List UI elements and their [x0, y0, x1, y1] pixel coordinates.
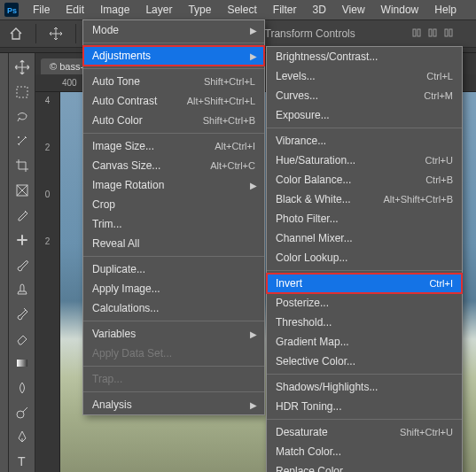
menu-item-vibrance[interactable]: Vibrance...: [267, 131, 462, 151]
eyedropper-tool-icon[interactable]: [12, 205, 33, 226]
menu-item-gradient-map[interactable]: Gradient Map...: [267, 332, 462, 352]
ruler-tick: 4: [45, 96, 51, 105]
menu-item-channel-mixer[interactable]: Channel Mixer...: [267, 228, 462, 248]
ps-logo: Ps: [4, 2, 20, 18]
menu-item-image-size[interactable]: Image Size...Alt+Ctrl+I: [83, 136, 264, 156]
align-icon[interactable]: [412, 27, 426, 41]
separator: [35, 24, 36, 43]
move-tool-icon[interactable]: [49, 27, 63, 41]
clone-stamp-tool-icon[interactable]: [12, 278, 33, 299]
menu-item-apply-data-set: Apply Data Set...: [83, 344, 264, 363]
menu-item-color-balance[interactable]: Color Balance...Ctrl+B: [267, 170, 462, 190]
type-tool-icon[interactable]: T: [12, 451, 33, 472]
shortcut: Ctrl+U: [425, 155, 453, 166]
menu-item-match-color[interactable]: Match Color...: [267, 442, 462, 461]
svg-rect-7: [449, 29, 452, 36]
menu-item-threshold[interactable]: Threshold...: [267, 313, 462, 332]
submenu-arrow-icon: ▶: [250, 400, 257, 410]
shortcut: Shift+Ctrl+U: [400, 427, 453, 437]
menu-item-desaturate[interactable]: DesaturateShift+Ctrl+U: [267, 422, 462, 442]
menu-item-exposure[interactable]: Exposure...: [267, 105, 462, 125]
ruler-tick: 2: [45, 236, 51, 246]
marquee-tool-icon[interactable]: [12, 81, 33, 103]
menu-item-black-white[interactable]: Black & White...Alt+Shift+Ctrl+B: [267, 190, 462, 209]
menu-item-canvas-size[interactable]: Canvas Size...Alt+Ctrl+C: [83, 156, 264, 175]
menu-item-hue-saturation[interactable]: Hue/Saturation...Ctrl+U: [267, 151, 462, 170]
menu-item-mode[interactable]: Mode▶: [83, 20, 264, 40]
svg-rect-8: [17, 87, 27, 97]
menu-item-auto-contrast[interactable]: Auto ContrastAlt+Shift+Ctrl+L: [83, 91, 264, 111]
menu-filter[interactable]: Filter: [265, 0, 305, 19]
shortcut: Ctrl+I: [429, 278, 453, 289]
menu-type[interactable]: Type: [180, 0, 219, 19]
svg-rect-15: [17, 360, 27, 367]
menu-item-duplicate[interactable]: Duplicate...: [83, 259, 264, 279]
menu-item-curves[interactable]: Curves...Ctrl+M: [267, 86, 462, 105]
align-icons: [412, 27, 458, 41]
vertical-ruler: 4 2 0 2: [35, 92, 60, 472]
menu-item-image-rotation[interactable]: Image Rotation▶: [83, 175, 264, 195]
eraser-tool-icon[interactable]: [12, 328, 33, 349]
menu-image[interactable]: Image: [92, 0, 137, 19]
menu-item-hdr-toning[interactable]: HDR Toning...: [267, 397, 462, 416]
lasso-tool-icon[interactable]: [12, 106, 33, 128]
submenu-arrow-icon: ▶: [250, 329, 257, 339]
menu-item-posterize[interactable]: Posterize...: [267, 293, 462, 313]
menu-edit[interactable]: Edit: [58, 0, 92, 19]
menu-item-replace-color[interactable]: Replace Color...: [267, 461, 462, 472]
shortcut: Ctrl+M: [424, 90, 453, 101]
shortcut: Alt+Ctrl+C: [210, 160, 255, 171]
healing-brush-tool-icon[interactable]: [12, 229, 33, 251]
menu-item-crop[interactable]: Crop: [83, 195, 264, 214]
shortcut: Shift+Ctrl+B: [203, 115, 255, 126]
menu-item-analysis[interactable]: Analysis▶: [83, 395, 264, 414]
align-icon[interactable]: [444, 27, 458, 41]
menu-item-variables[interactable]: Variables▶: [83, 324, 264, 344]
submenu-arrow-icon: ▶: [250, 26, 257, 35]
svg-rect-5: [433, 29, 436, 36]
menu-window[interactable]: Window: [373, 0, 427, 19]
menu-3d[interactable]: 3D: [304, 0, 333, 19]
svg-rect-4: [429, 29, 432, 36]
menu-item-invert[interactable]: InvertCtrl+I: [267, 274, 462, 293]
menu-item-photo-filter[interactable]: Photo Filter...: [267, 209, 462, 228]
svg-point-9: [18, 136, 20, 138]
shortcut: Shift+Ctrl+L: [204, 76, 255, 87]
menu-item-apply-image[interactable]: Apply Image...: [83, 279, 264, 298]
menu-item-trim[interactable]: Trim...: [83, 214, 264, 234]
magic-wand-tool-icon[interactable]: [12, 130, 33, 151]
menu-view[interactable]: View: [334, 0, 373, 19]
frame-tool-icon[interactable]: [12, 180, 33, 201]
menu-layer[interactable]: Layer: [137, 0, 180, 19]
menu-file[interactable]: File: [25, 0, 58, 19]
menu-item-auto-tone[interactable]: Auto ToneShift+Ctrl+L: [83, 72, 264, 91]
menu-item-levels[interactable]: Levels...Ctrl+L: [267, 66, 462, 86]
align-icon[interactable]: [428, 27, 442, 41]
menu-item-brightness-contrast[interactable]: Brightness/Contrast...: [267, 47, 462, 66]
crop-tool-icon[interactable]: [12, 155, 33, 176]
menu-item-auto-color[interactable]: Auto ColorShift+Ctrl+B: [83, 111, 264, 130]
submenu-arrow-icon: ▶: [250, 51, 257, 61]
adjustments-submenu: Brightness/Contrast... Levels...Ctrl+L C…: [266, 46, 463, 472]
svg-rect-2: [413, 29, 416, 36]
menu-item-color-lookup[interactable]: Color Lookup...: [267, 248, 462, 267]
dodge-tool-icon[interactable]: [12, 402, 33, 423]
shortcut: Ctrl+L: [426, 71, 453, 81]
history-brush-tool-icon[interactable]: [12, 303, 33, 324]
menu-item-selective-color[interactable]: Selective Color...: [267, 352, 462, 371]
menu-item-shadows-highlights[interactable]: Shadows/Highlights...: [267, 377, 462, 397]
menu-item-reveal-all[interactable]: Reveal All: [83, 234, 264, 253]
gradient-tool-icon[interactable]: [12, 352, 33, 374]
menu-help[interactable]: Help: [426, 0, 464, 19]
home-icon[interactable]: [9, 27, 23, 41]
shortcut: Alt+Shift+Ctrl+B: [383, 194, 453, 205]
pen-tool-icon[interactable]: [12, 426, 33, 447]
blur-tool-icon[interactable]: [12, 377, 33, 398]
brush-tool-icon[interactable]: [12, 254, 33, 275]
move-tool-icon[interactable]: [12, 57, 33, 78]
menu-select[interactable]: Select: [219, 0, 264, 19]
image-menu: Mode▶ Adjustments▶ Auto ToneShift+Ctrl+L…: [82, 19, 265, 415]
shortcut: Alt+Ctrl+I: [215, 141, 255, 151]
menu-item-adjustments[interactable]: Adjustments▶: [83, 46, 264, 66]
menu-item-calculations[interactable]: Calculations...: [83, 298, 264, 318]
